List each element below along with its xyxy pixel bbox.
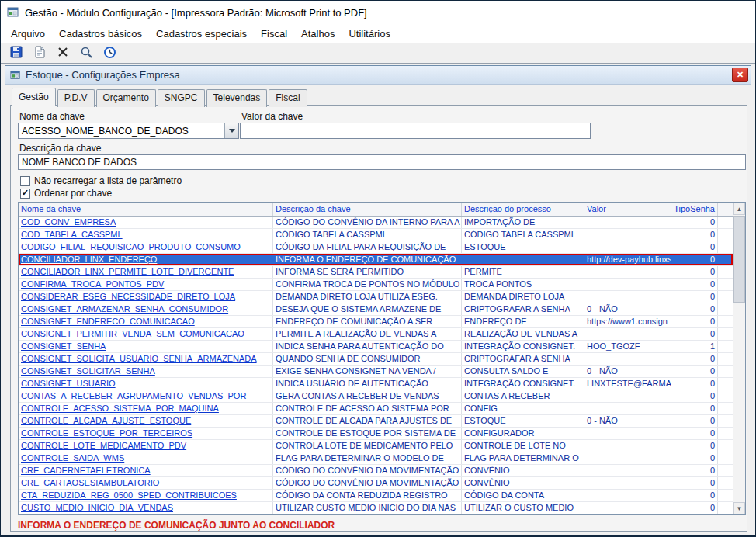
clock-button[interactable] (100, 45, 119, 62)
cell-nome[interactable]: CODIGO_FILIAL_REQUISICAO_PRODUTO_CONSUMO (19, 241, 273, 253)
cell-nome[interactable]: CONSIGNET_ARMAZENAR_SENHA_CONSUMIDOR (19, 303, 273, 315)
cell-nome[interactable]: CONTROLE_ESTOQUE_POR_TERCEIROS (19, 428, 273, 439)
cell-nome[interactable]: CONSIGNET_USUARIO (19, 378, 273, 390)
tab-gestao[interactable]: Gestão (12, 88, 56, 106)
cell-nome[interactable]: CTA_REDUZIDA_REG_0500_SPED_CONTRIBUICOES (19, 490, 273, 501)
scroll-thumb[interactable] (733, 216, 745, 303)
cell-nome[interactable]: CONTROLE_SAIDA_WMS (19, 452, 273, 464)
cell-processo: CRIPTOGRAFAR A SENHA (462, 353, 584, 365)
column-header-nome-da-chave[interactable]: Nome da chave (19, 203, 273, 216)
description-input[interactable] (18, 154, 746, 170)
menu-item-fiscal[interactable]: Fiscal (254, 26, 294, 42)
cell-nome[interactable]: CRE_CARTAOSESIAMBULATORIO (19, 477, 273, 489)
checkbox-ordenar-por-chave-label: Ordenar por chave (34, 188, 112, 199)
key-name-combo[interactable]: ACESSO_NOME_BANCO_DE_DADOS (18, 123, 239, 139)
cell-nome[interactable]: CONCILIADOR_LINX_PERMITE_LOTE_DIVERGENTE (19, 266, 273, 278)
cell-filler (718, 229, 733, 241)
checkbox-nao-recarregar-label: Não recarregar a lista de parâmetro (34, 175, 182, 186)
column-header-descricao-da-chave[interactable]: Descrição da chave (273, 203, 462, 216)
table-row[interactable]: CRE_CARTAOSESIAMBULATORIOCÓDIGO DO CONVÊ… (19, 477, 733, 490)
search-button[interactable] (77, 45, 95, 62)
table-row[interactable]: CONSIGNET_SOLICITAR_SENHAEXIGE SENHA CON… (19, 366, 733, 378)
cell-nome[interactable]: CONTROLE_LOTE_MEDICAMENTO_PDV (19, 440, 273, 452)
checkbox-ordenar-por-chave-box[interactable] (20, 189, 30, 199)
table-row[interactable]: CONTROLE_ESTOQUE_POR_TERCEIROSCONTROLE D… (19, 428, 733, 440)
menu-item-cadastros-especiais[interactable]: Cadastros especiais (149, 26, 254, 42)
cell-nome[interactable]: COD_TABELA_CASSPML (19, 229, 273, 241)
tab-televendas[interactable]: Televendas (206, 89, 268, 107)
cell-processo: REALIZAÇÃO DE VENDAS A (462, 328, 584, 340)
cell-valor: http://dev-payhub.linxs (584, 254, 671, 265)
checkbox-ordenar-por-chave[interactable]: Ordenar por chave (20, 188, 112, 199)
cell-nome[interactable]: CONTAS_A_RECEBER_AGRUPAMENTO_VENDAS_POR (19, 390, 273, 402)
table-row[interactable]: CONTROLE_LOTE_MEDICAMENTO_PDVCONTROLA LO… (19, 440, 733, 452)
cell-nome[interactable]: CONSIGNET_ENDERECO_COMUNICACAO (19, 316, 273, 327)
delete-button[interactable] (54, 45, 72, 62)
vertical-scrollbar[interactable]: ▲ ▼ (733, 203, 745, 514)
column-header-descricao-do-processo[interactable]: Descrição do processo (462, 203, 584, 216)
scroll-up-button[interactable]: ▲ (733, 203, 745, 215)
dialog-titlebar: Estoque - Configurações Empresa ✕ (5, 66, 751, 85)
tab-fiscal[interactable]: Fiscal (269, 89, 307, 107)
table-row[interactable]: CTA_REDUZIDA_REG_0500_SPED_CONTRIBUICOES… (19, 490, 733, 502)
cell-nome[interactable]: CRE_CADERNETAELETRONICA (19, 465, 273, 476)
table-row[interactable]: CONTROLE_ALCADA_AJUSTE_ESTOQUECONTROLE D… (19, 415, 733, 428)
table-row[interactable]: CONSIGNET_USUARIOINDICA USUÁRIO DE AUTEN… (19, 378, 733, 390)
table-row[interactable]: CONSIGNET_SOLICITA_USUARIO_SENHA_ARMAZEN… (19, 353, 733, 366)
close-button[interactable]: ✕ (732, 68, 748, 82)
cell-nome[interactable]: COD_CONV_EMPRESA (19, 217, 273, 228)
cell-valor (584, 266, 671, 278)
cell-nome[interactable]: CUSTO_MEDIO_INICIO_DIA_VENDAS (19, 502, 273, 514)
scroll-down-button[interactable]: ▼ (733, 502, 745, 514)
table-row[interactable]: CONSIDERAR_ESEG_NECESSIDADE_DIRETO_LOJAD… (19, 291, 733, 303)
table-row[interactable]: CONTROLE_ACESSO_SISTEMA_POR_MAQUINACONTR… (19, 403, 733, 415)
save-button[interactable] (7, 45, 26, 62)
checkbox-nao-recarregar[interactable]: Não recarregar a lista de parâmetro (20, 175, 182, 186)
column-header-tiposenha[interactable]: TipoSenha (671, 203, 718, 216)
menu-item-atalhos[interactable]: Atalhos (294, 26, 342, 42)
table-row[interactable]: CONSIGNET_PERMITIR_VENDA_SEM_COMUNICACAO… (19, 328, 733, 341)
tab-sngpc[interactable]: SNGPC (158, 89, 205, 107)
table-row[interactable]: CONSIGNET_SENHAINDICA SENHA PARA AUTENTI… (19, 341, 733, 353)
cell-descricao: EXIGE SENHA CONSIGNET NA VENDA / (273, 366, 462, 377)
cell-valor: 0 - NÃO (584, 415, 671, 427)
combo-dropdown-button[interactable] (224, 123, 238, 138)
menu-item-utilitarios[interactable]: Utilitários (342, 26, 397, 42)
menu-item-arquivo[interactable]: Arquivo (4, 26, 52, 42)
cell-processo: ESTOQUE (462, 415, 584, 427)
cell-filler (718, 403, 733, 414)
table-row[interactable]: CONSIGNET_ARMAZENAR_SENHA_CONSUMIDORDESE… (19, 303, 733, 316)
tab-p-d-v[interactable]: P.D.V (57, 89, 95, 107)
cell-valor (584, 477, 671, 489)
cell-nome[interactable]: CONSIGNET_SOLICITA_USUARIO_SENHA_ARMAZEN… (19, 353, 273, 365)
table-row[interactable]: CONCILIADOR_LINX_PERMITE_LOTE_DIVERGENTE… (19, 266, 733, 279)
cell-nome[interactable]: CONSIGNET_SENHA (19, 341, 273, 352)
new-document-button[interactable] (30, 45, 49, 62)
key-value-input[interactable] (240, 123, 591, 139)
cell-nome[interactable]: CONTROLE_ACESSO_SISTEMA_POR_MAQUINA (19, 403, 273, 414)
column-header-filler (718, 203, 733, 216)
cell-nome[interactable]: CONSIGNET_PERMITIR_VENDA_SEM_COMUNICACAO (19, 328, 273, 340)
table-row[interactable]: CODIGO_FILIAL_REQUISICAO_PRODUTO_CONSUMO… (19, 241, 733, 254)
cell-valor (584, 353, 671, 365)
column-header-valor[interactable]: Valor (584, 203, 671, 216)
cell-nome[interactable]: CONFIRMA_TROCA_PONTOS_PDV (19, 279, 273, 290)
menu-item-cadastros-basicos[interactable]: Cadastros básicos (52, 26, 149, 42)
cell-nome[interactable]: CONSIGNET_SOLICITAR_SENHA (19, 366, 273, 377)
tab-orcamento[interactable]: Orçamento (96, 89, 156, 107)
table-row[interactable]: CONCILIADOR_LINX_ENDEREÇOINFORMA O ENDER… (19, 254, 733, 266)
table-row[interactable]: CRE_CADERNETAELETRONICACÓDIGO DO CONVÊNI… (19, 465, 733, 477)
cell-descricao: CONFIRMA TROCA DE PONTOS NO MÓDULO (273, 279, 462, 290)
cell-nome[interactable]: CONCILIADOR_LINX_ENDEREÇO (19, 254, 273, 265)
table-row[interactable]: CUSTO_MEDIO_INICIO_DIA_VENDASUTILIZAR CU… (19, 502, 733, 514)
cell-nome[interactable]: CONSIDERAR_ESEG_NECESSIDADE_DIRETO_LOJA (19, 291, 273, 303)
cell-filler (718, 390, 733, 402)
cell-nome[interactable]: CONTROLE_ALCADA_AJUSTE_ESTOQUE (19, 415, 273, 427)
table-row[interactable]: CONSIGNET_ENDERECO_COMUNICACAOENDEREÇO D… (19, 316, 733, 328)
table-row[interactable]: COD_TABELA_CASSPMLCÓDIGO TABELA CASSPMLC… (19, 229, 733, 241)
table-row[interactable]: CONTAS_A_RECEBER_AGRUPAMENTO_VENDAS_PORG… (19, 390, 733, 403)
table-row[interactable]: CONFIRMA_TROCA_PONTOS_PDVCONFIRMA TROCA … (19, 279, 733, 291)
table-row[interactable]: COD_CONV_EMPRESACÓDIGO DO CONVÊNIO DA IN… (19, 217, 733, 229)
checkbox-nao-recarregar-box[interactable] (20, 176, 30, 186)
table-row[interactable]: CONTROLE_SAIDA_WMSFLAG PARA DETERMINAR O… (19, 452, 733, 465)
